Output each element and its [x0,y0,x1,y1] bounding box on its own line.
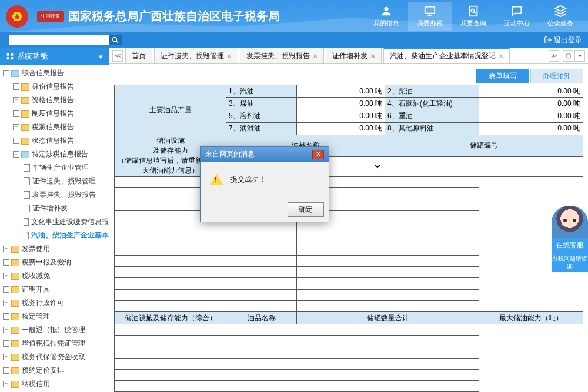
alert-modal: 来自网页的消息 ✕ 提交成功！ 确定 [200,146,329,222]
modal-title: 来自网页的消息 [205,149,255,159]
modal-ok-button[interactable]: 确定 [288,202,324,217]
modal-title-bar: 来自网页的消息 ✕ [201,147,329,162]
modal-message: 提交成功！ [230,175,266,185]
modal-overlay: 来自网页的消息 ✕ 提交成功！ 确定 [0,0,588,392]
modal-close-button[interactable]: ✕ [312,150,324,159]
warning-icon [209,173,223,185]
